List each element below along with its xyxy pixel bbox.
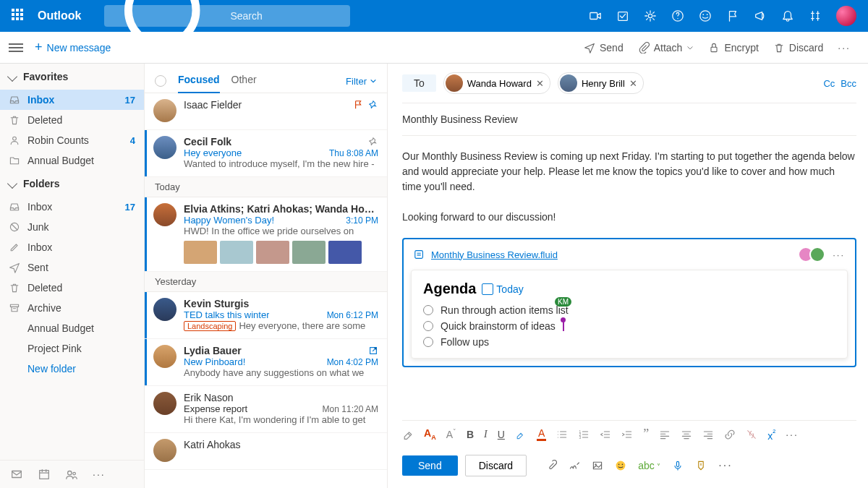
message-item[interactable]: Cecil Folk Hey everyoneThu 8:08 AM Wante…: [145, 130, 387, 177]
outdent-icon[interactable]: [600, 429, 611, 440]
agenda-item[interactable]: Quick brainstorm of ideas: [423, 320, 835, 332]
to-button[interactable]: To: [402, 74, 436, 92]
new-folder-link[interactable]: New folder: [0, 359, 144, 379]
folder-budget[interactable]: Annual Budget: [0, 150, 144, 171]
folder-person[interactable]: Robin Counts4: [0, 130, 144, 150]
sensitivity-icon[interactable]: [695, 460, 707, 471]
settings-gear-icon[interactable]: [644, 9, 657, 22]
fluid-component[interactable]: Monthly Business Review.fluid ··· Agenda…: [402, 238, 856, 367]
attach-inline-icon[interactable]: [545, 460, 557, 471]
discard-action[interactable]: Discard: [773, 42, 823, 53]
search-box[interactable]: [104, 5, 350, 27]
message-item[interactable]: Isaac Fielder: [145, 93, 387, 130]
bell-icon[interactable]: [781, 9, 794, 22]
clear-format-icon[interactable]: [402, 429, 414, 440]
flag-icon[interactable]: [726, 9, 739, 22]
calendar-icon[interactable]: [38, 468, 51, 481]
highlight-icon[interactable]: [515, 429, 527, 440]
agenda-item[interactable]: Run through action items listKM: [423, 304, 835, 316]
more-icon[interactable]: ···: [833, 249, 845, 260]
more-send-options-icon[interactable]: ···: [718, 459, 732, 472]
align-left-icon[interactable]: [659, 429, 671, 440]
signature-icon[interactable]: [569, 460, 580, 471]
folder-inbox-2[interactable]: Inbox17: [0, 197, 144, 217]
open-external-icon[interactable]: [368, 346, 378, 356]
folder-archive[interactable]: Archive: [0, 298, 144, 318]
send-button[interactable]: Send: [402, 455, 458, 476]
message-item[interactable]: Katri Ahokas: [145, 433, 387, 470]
message-item[interactable]: Elvia Atkins; Katri Ahokas; Wanda Howard…: [145, 197, 387, 272]
favorites-header[interactable]: Favorites: [0, 64, 144, 90]
font-color-icon[interactable]: A: [537, 427, 546, 441]
folder-drafts[interactable]: Inbox: [0, 237, 144, 257]
email-body[interactable]: Our Monthly Business Review is coming up…: [402, 136, 856, 238]
spellcheck-icon[interactable]: abc ˅: [638, 460, 660, 472]
remove-icon[interactable]: ✕: [536, 78, 544, 89]
superscript-icon[interactable]: x²: [767, 427, 775, 442]
more-actions[interactable]: ···: [838, 42, 851, 53]
bcc-link[interactable]: Bcc: [841, 78, 856, 89]
emoji-picker-icon[interactable]: [615, 460, 626, 471]
megaphone-icon[interactable]: [754, 9, 767, 22]
more-format-icon[interactable]: ···: [786, 429, 799, 440]
recipient-chip[interactable]: Wanda Howard ✕: [443, 72, 550, 94]
folder-inbox[interactable]: Inbox17: [0, 90, 144, 110]
dictate-icon[interactable]: [672, 460, 684, 471]
mail-icon[interactable]: [10, 468, 23, 481]
message-item[interactable]: Lydia Bauer New Pinboard!Mon 4:02 PM Any…: [145, 339, 387, 386]
search-input[interactable]: [230, 10, 343, 22]
tab-other[interactable]: Other: [231, 69, 257, 93]
link-icon[interactable]: [724, 429, 736, 440]
subject-field[interactable]: Monthly Business Review: [402, 103, 856, 136]
bold-icon[interactable]: B: [467, 429, 474, 440]
meet-now-icon[interactable]: [589, 9, 602, 22]
italic-icon[interactable]: I: [484, 429, 488, 440]
checkbox-icon[interactable]: [423, 337, 433, 347]
pin-icon[interactable]: [368, 100, 378, 110]
message-item[interactable]: Kevin Sturgis TED talks this winterMon 6…: [145, 292, 387, 339]
folder-sent[interactable]: Sent: [0, 257, 144, 278]
today-pill[interactable]: Today: [482, 283, 523, 295]
underline-icon[interactable]: U: [498, 429, 505, 440]
send-action[interactable]: Send: [584, 42, 624, 53]
tools-icon[interactable]: [809, 9, 822, 22]
quote-icon[interactable]: ”: [643, 427, 649, 442]
discard-button[interactable]: Discard: [465, 455, 527, 476]
help-icon[interactable]: [671, 9, 684, 22]
numbering-icon[interactable]: 123: [578, 429, 590, 440]
checkbox-icon[interactable]: [423, 321, 433, 331]
select-all-checkbox[interactable]: [155, 75, 166, 87]
attach-action[interactable]: Attach: [638, 42, 694, 53]
bullets-icon[interactable]: [556, 429, 568, 440]
recipient-chip[interactable]: Henry Brill ✕: [558, 72, 644, 94]
new-message-button[interactable]: + New message: [35, 40, 111, 55]
filter-button[interactable]: Filter: [346, 76, 377, 87]
encrypt-action[interactable]: Encrypt: [708, 42, 758, 53]
profile-avatar[interactable]: [836, 6, 856, 26]
cc-link[interactable]: Cc: [823, 78, 835, 89]
font-decrease-icon[interactable]: A˅: [446, 428, 456, 440]
more-icon[interactable]: ···: [93, 468, 106, 480]
folder-junk[interactable]: Junk: [0, 217, 144, 237]
hamburger-icon[interactable]: [9, 43, 23, 52]
fluid-filename[interactable]: Monthly Business Review.fluid: [431, 249, 558, 260]
pin-icon[interactable]: [368, 137, 378, 147]
remove-icon[interactable]: ✕: [629, 78, 637, 89]
folders-header[interactable]: Folders: [0, 171, 144, 197]
message-item[interactable]: Erik Nason Expense reportMon 11:20 AM Hi…: [145, 386, 387, 433]
checkbox-icon[interactable]: [423, 305, 433, 315]
align-center-icon[interactable]: [681, 429, 692, 440]
flag-icon[interactable]: [354, 100, 364, 110]
folder-deleted[interactable]: Deleted: [0, 110, 144, 130]
picture-icon[interactable]: [592, 460, 603, 471]
agenda-item[interactable]: Follow ups: [423, 336, 835, 348]
align-right-icon[interactable]: [702, 429, 714, 440]
folder-annual-budget[interactable]: Annual Budget: [0, 318, 144, 338]
task-check-icon[interactable]: [616, 9, 629, 22]
emoji-icon[interactable]: [699, 9, 712, 22]
unlink-icon[interactable]: [746, 429, 757, 440]
folder-deleted-2[interactable]: Deleted: [0, 278, 144, 298]
people-icon[interactable]: [65, 468, 78, 481]
tab-focused[interactable]: Focused: [178, 69, 220, 93]
app-launcher-icon[interactable]: [12, 9, 26, 23]
